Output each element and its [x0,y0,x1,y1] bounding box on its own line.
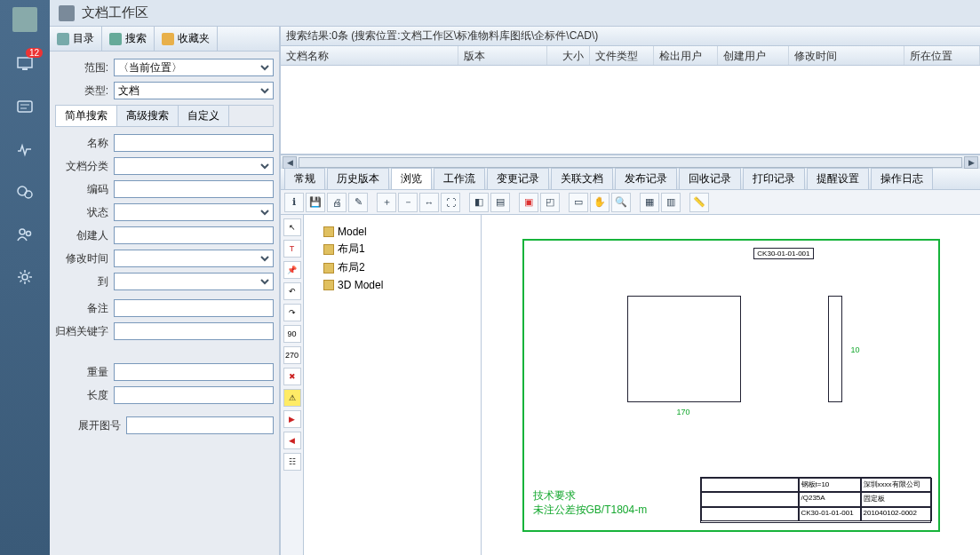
user-avatar[interactable] [12,7,37,32]
length-input[interactable] [114,386,274,404]
tree-node-3dmodel[interactable]: 3D Model [309,277,475,293]
archive-keyword-input[interactable] [114,322,274,340]
fit-window-icon[interactable]: ⛶ [441,193,460,212]
dtab-log[interactable]: 操作日志 [871,168,933,189]
star-icon [162,33,174,45]
name-input[interactable] [114,134,274,152]
col-version[interactable]: 版本 [458,46,547,65]
sidebar-tab-favorites[interactable]: 收藏夹 [155,27,218,51]
part-side-view [828,296,842,402]
pan-icon[interactable]: ✋ [590,193,610,212]
scroll-right-button[interactable]: ▶ [964,156,978,169]
zoom-region-icon[interactable]: 🔍 [611,193,631,212]
zoom-in-icon[interactable]: ＋ [377,193,396,212]
overview-icon[interactable]: ▦ [640,193,659,212]
save-icon[interactable]: 💾 [306,193,325,212]
scroll-track[interactable] [299,157,962,168]
print-icon[interactable]: 🖨 [327,193,347,212]
vt-close-icon[interactable]: ✖ [283,368,301,385]
sidebar-tab-search[interactable]: 搜索 [102,27,155,51]
sidebar-tab-directory[interactable]: 目录 [50,27,102,51]
mtime-to-select[interactable] [114,273,274,290]
vt-pin-icon[interactable]: 📌 [283,261,301,279]
subtab-advanced[interactable]: 高级搜索 [117,106,179,126]
layers-icon[interactable]: ▤ [490,193,510,212]
vt-rot-left-icon[interactable]: ↶ [283,282,301,300]
tree-node-model[interactable]: Model [309,224,475,240]
rail-monitor-icon[interactable]: 12 [14,53,36,75]
vt-rot270-icon[interactable]: 270 [283,346,301,364]
results-grid-body[interactable] [281,66,980,155]
bw-icon[interactable]: ◧ [469,193,489,212]
svg-rect-1 [22,68,28,70]
select-icon[interactable]: ▭ [569,193,588,212]
zoom-out-icon[interactable]: － [398,193,418,212]
col-file-type[interactable]: 文件类型 [590,46,654,65]
dtab-publish[interactable]: 发布记录 [615,168,677,189]
measure-icon[interactable]: 📏 [689,193,709,212]
info-icon[interactable]: ℹ [284,193,304,212]
drawing-frame: CK30-01-01-001 170 10 技术要求 未注公差按GB/T1804… [522,239,940,532]
vt-text-icon[interactable]: T [283,240,301,258]
svg-point-6 [25,191,32,198]
vt-rot-right-icon[interactable]: ↷ [283,304,301,321]
expand-no-input[interactable] [126,416,274,434]
svg-rect-0 [18,58,32,67]
fit-width-icon[interactable]: ↔ [419,193,439,212]
pen-icon[interactable]: ✎ [348,193,368,212]
vt-arrow-icon[interactable]: ↖ [283,218,301,236]
dim-width: 170 [677,408,690,416]
workspace-icon [59,5,75,21]
remark-input[interactable] [114,299,274,317]
dtab-change[interactable]: 变更记录 [487,168,549,189]
col-location[interactable]: 所在位置 [904,46,980,65]
rail-pulse-icon[interactable] [14,139,36,160]
window-icon[interactable]: ◰ [540,193,560,212]
dtab-general[interactable]: 常规 [284,168,325,189]
col-creator[interactable]: 创建用户 [718,46,789,65]
status-select[interactable] [114,203,274,221]
dtab-history[interactable]: 历史版本 [327,168,389,189]
vt-warn-icon[interactable]: ⚠ [283,389,301,407]
grid-hscroll[interactable]: ◀ ▶ [281,155,980,169]
dtab-related[interactable]: 关联文档 [551,168,613,189]
rail-chat-icon[interactable] [14,181,36,202]
tree-node-layout1[interactable]: 布局1 [309,240,475,258]
category-select[interactable] [114,157,274,175]
col-checkout-user[interactable]: 检出用户 [654,46,718,65]
col-doc-name[interactable]: 文档名称 [281,46,458,65]
rail-settings-icon[interactable] [14,266,36,288]
scroll-left-button[interactable]: ◀ [283,156,297,169]
region-icon[interactable]: ▣ [519,193,538,212]
type-select[interactable]: 文档 [114,82,274,99]
tree-node-layout2[interactable]: 布局2 [309,258,475,277]
vt-tree-icon[interactable]: ☷ [283,453,301,471]
rail-card-icon[interactable] [14,96,36,117]
col-size[interactable]: 大小 [547,46,590,65]
dtab-print[interactable]: 打印记录 [743,168,805,189]
vt-rot90-icon[interactable]: 90 [283,325,301,343]
dtab-recycle[interactable]: 回收记录 [679,168,741,189]
drawing-canvas[interactable]: CK30-01-01-001 170 10 技术要求 未注公差按GB/T1804… [482,215,980,555]
left-sidebar: 目录 搜索 收藏夹 范围: 〈当前位置〉 类型: 文档 简单搜索 高级搜索 自定… [50,27,281,555]
creator-input[interactable] [114,226,274,244]
weight-input[interactable] [114,363,274,381]
detail-tabs: 常规 历史版本 浏览 工作流 变更记录 关联文档 发布记录 回收记录 打印记录 … [281,169,980,190]
subtab-custom[interactable]: 自定义 [179,106,229,126]
dtab-workflow[interactable]: 工作流 [434,168,485,189]
col-mtime[interactable]: 修改时间 [789,46,904,65]
scope-select[interactable]: 〈当前位置〉 [114,59,274,76]
vt-flag1-icon[interactable]: ▶ [283,410,301,428]
svg-point-8 [27,232,31,236]
rail-users-icon[interactable] [14,224,36,245]
viewer-left-toolstrip: ↖ T 📌 ↶ ↷ 90 270 ✖ ⚠ ▶ ◀ ☷ [281,215,304,555]
dtab-remind[interactable]: 提醒设置 [807,168,869,189]
dtab-preview[interactable]: 浏览 [391,168,432,189]
drawing-top-label: CK30-01-01-001 [753,248,813,259]
code-input[interactable] [114,180,274,198]
subtab-simple[interactable]: 简单搜索 [56,106,117,126]
mtime-from-select[interactable] [114,250,274,267]
vt-flag2-icon[interactable]: ◀ [283,432,301,449]
grid-icon[interactable]: ▥ [661,193,681,212]
layout-icon [323,280,334,290]
